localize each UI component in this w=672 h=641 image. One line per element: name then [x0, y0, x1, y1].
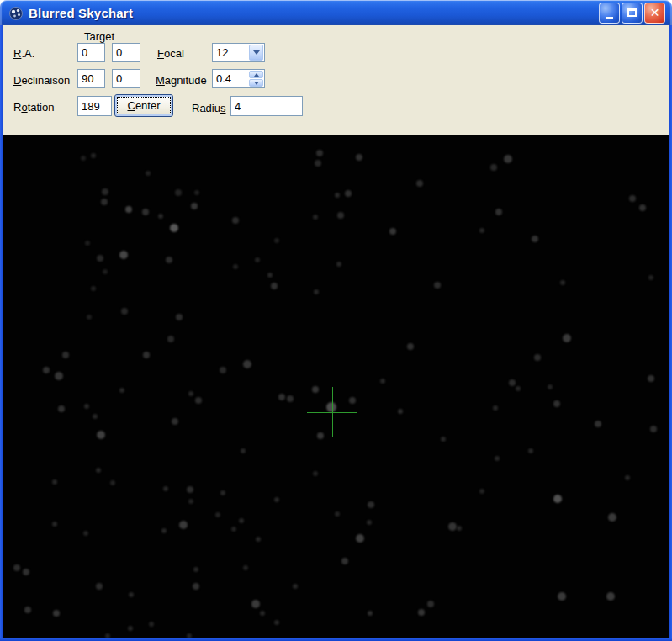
star: [24, 607, 31, 613]
star: [367, 520, 372, 525]
star: [495, 209, 502, 215]
star: [293, 584, 298, 589]
star: [231, 527, 236, 532]
target-label: Target: [84, 30, 114, 43]
radius-label: Radius: [192, 102, 225, 114]
spin-down-button[interactable]: [249, 79, 263, 87]
window-border-left: [0, 25, 3, 641]
star: [91, 286, 96, 291]
maximize-button[interactable]: [622, 3, 643, 24]
star: [337, 212, 344, 219]
rotation-input[interactable]: [77, 96, 112, 116]
star: [96, 583, 103, 590]
star: [563, 334, 571, 342]
star: [278, 394, 285, 400]
sky-canvas[interactable]: [3, 135, 669, 638]
ra-label: R.A.: [13, 47, 34, 60]
star: [256, 537, 261, 542]
close-button[interactable]: ✕: [644, 3, 665, 24]
focal-combobox[interactable]: 12: [212, 43, 265, 62]
focal-label: Focal: [157, 47, 184, 60]
focal-dropdown-button[interactable]: [249, 45, 263, 61]
star: [158, 214, 163, 219]
star: [407, 343, 414, 350]
star: [335, 193, 340, 198]
minimize-icon: [606, 17, 613, 19]
star: [119, 251, 128, 259]
star: [103, 269, 108, 274]
star: [172, 418, 178, 425]
star: [188, 391, 193, 396]
star: [143, 352, 150, 358]
star: [255, 257, 260, 262]
star: [121, 308, 128, 315]
star: [326, 402, 336, 412]
star: [62, 352, 69, 358]
star: [53, 610, 60, 617]
star: [97, 255, 103, 262]
star: [52, 522, 57, 527]
star: [356, 154, 362, 161]
star: [650, 426, 657, 432]
star: [448, 522, 457, 531]
star: [427, 601, 434, 607]
chevron-up-icon: [254, 73, 259, 77]
window-title: Blurred Skychart: [29, 6, 599, 20]
star: [84, 404, 89, 409]
star: [239, 518, 244, 523]
star: [528, 448, 533, 453]
star: [179, 521, 188, 529]
star: [97, 431, 105, 439]
chevron-down-icon: [253, 50, 260, 55]
star: [232, 217, 239, 224]
star: [335, 511, 340, 517]
star: [606, 592, 615, 601]
star: [441, 437, 446, 442]
star: [125, 206, 132, 213]
star: [176, 314, 183, 320]
app-paw-icon: [8, 4, 24, 21]
star: [532, 236, 538, 242]
center-button[interactable]: Center: [114, 94, 173, 117]
star: [317, 432, 324, 439]
star: [161, 528, 167, 533]
star: [91, 153, 96, 158]
star: [457, 526, 462, 531]
spin-up-button[interactable]: [249, 71, 263, 78]
star: [416, 180, 423, 187]
star: [648, 375, 654, 382]
center-button-label: Center: [127, 99, 160, 112]
star: [102, 188, 108, 195]
star: [380, 379, 385, 384]
star: [191, 203, 198, 209]
star: [553, 495, 562, 503]
window-border-right: [669, 25, 672, 641]
title-bar[interactable]: Blurred Skychart ✕: [0, 0, 672, 25]
star: [504, 155, 512, 163]
star: [193, 567, 198, 572]
star: [356, 534, 364, 543]
declination-minutes-input[interactable]: [112, 69, 140, 88]
magnitude-value: 0.4: [213, 70, 248, 87]
star: [608, 513, 616, 522]
star: [553, 400, 560, 407]
ra-hours-input[interactable]: [77, 43, 105, 62]
star: [314, 289, 319, 294]
focal-value: 12: [213, 44, 248, 61]
declination-degrees-input[interactable]: [77, 69, 105, 88]
star: [479, 228, 484, 233]
star: [389, 228, 396, 235]
close-icon: ✕: [650, 7, 660, 19]
star: [55, 372, 63, 380]
minimize-button[interactable]: [599, 3, 620, 24]
radius-input[interactable]: [230, 96, 303, 116]
window-border-bottom: [0, 638, 672, 641]
magnitude-spinner[interactable]: 0.4: [212, 69, 265, 88]
star: [241, 448, 246, 453]
star: [434, 282, 441, 289]
ra-minutes-input[interactable]: [112, 43, 140, 62]
star: [83, 531, 88, 536]
star: [274, 620, 279, 625]
star: [341, 558, 348, 564]
star: [23, 569, 29, 575]
